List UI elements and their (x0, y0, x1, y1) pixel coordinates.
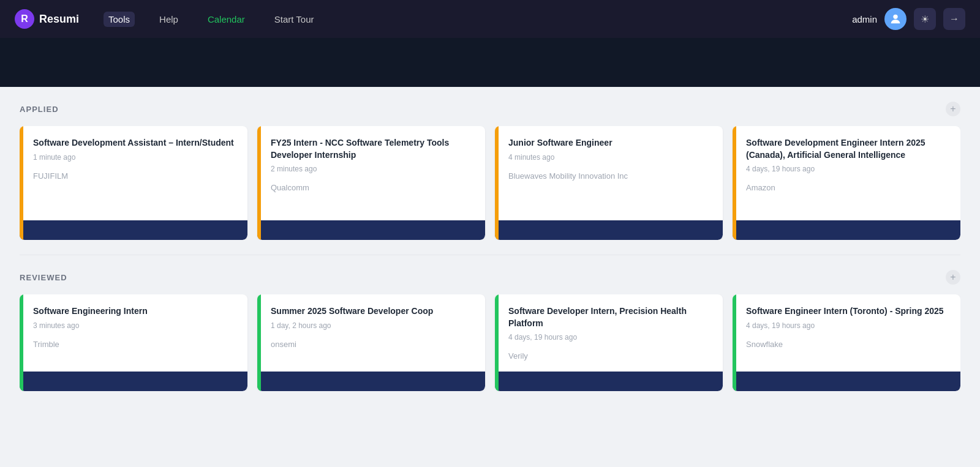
applied-card-4[interactable]: Software Development Engineer Intern 202… (733, 126, 960, 240)
reviewed-section-header: REVIEWED + (20, 270, 960, 285)
card-footer (495, 372, 723, 391)
card-content: Junior Software Engineer 4 minutes ago B… (495, 126, 723, 220)
card-company: Trimble (33, 340, 236, 349)
card-side-bar (495, 294, 499, 391)
reviewed-card-1[interactable]: Software Engineering Intern 3 minutes ag… (20, 294, 247, 391)
card-company: onsemi (271, 340, 474, 349)
card-content: Software Engineer Intern (Toronto) - Spr… (733, 294, 960, 372)
card-time: 4 days, 19 hours ago (746, 321, 949, 330)
applied-cards-row: Software Development Assistant – Intern/… (20, 126, 960, 240)
card-footer (495, 220, 723, 240)
card-content: Summer 2025 Software Developer Coop 1 da… (257, 294, 485, 372)
nav-start-tour[interactable]: Start Tour (270, 12, 319, 27)
card-time: 2 minutes ago (271, 165, 474, 173)
card-content: FY25 Intern - NCC Software Telemetry Too… (257, 126, 485, 220)
reviewed-section-title: REVIEWED (20, 273, 67, 282)
section-divider (20, 255, 960, 255)
card-time: 4 days, 19 hours ago (508, 333, 712, 342)
card-footer (733, 372, 960, 391)
card-time: 1 minute ago (33, 153, 236, 162)
card-title: Software Development Engineer Intern 202… (746, 137, 949, 161)
nav-tools[interactable]: Tools (104, 12, 135, 27)
card-footer (20, 372, 247, 391)
card-company: Amazon (746, 183, 949, 192)
card-side-bar (495, 126, 499, 240)
logo-text: Resumi (39, 13, 79, 26)
theme-toggle-button[interactable]: ☀ (914, 8, 936, 30)
card-title: Junior Software Engineer (508, 137, 712, 149)
nav-right: admin ☀ → (852, 8, 965, 30)
card-footer (20, 220, 247, 240)
card-time: 4 days, 19 hours ago (746, 165, 949, 173)
applied-add-button[interactable]: + (946, 102, 960, 116)
avatar (884, 8, 907, 30)
logo-icon: R (15, 9, 34, 29)
card-side-bar (20, 126, 23, 240)
card-side-bar (257, 126, 261, 240)
reviewed-card-3[interactable]: Software Developer Intern, Precision Hea… (495, 294, 723, 391)
applied-card-2[interactable]: FY25 Intern - NCC Software Telemetry Too… (257, 126, 485, 240)
card-company: Qualcomm (271, 183, 474, 192)
card-side-bar (733, 126, 736, 240)
card-side-bar (20, 294, 23, 391)
applied-section-header: APPLIED + (20, 102, 960, 116)
theme-icon: ☀ (921, 13, 929, 25)
card-company: Verily (508, 351, 712, 361)
card-title: Software Developer Intern, Precision Hea… (508, 305, 712, 329)
reviewed-section: REVIEWED + Software Engineering Intern 3… (20, 270, 960, 391)
card-time: 1 day, 2 hours ago (271, 321, 474, 330)
logout-button[interactable]: → (943, 8, 965, 30)
card-footer (733, 220, 960, 240)
card-title: Software Development Assistant – Intern/… (33, 137, 236, 149)
card-side-bar (257, 294, 261, 391)
card-content: Software Developer Intern, Precision Hea… (495, 294, 723, 372)
card-content: Software Engineering Intern 3 minutes ag… (20, 294, 247, 372)
logout-icon: → (949, 13, 959, 24)
reviewed-cards-row: Software Engineering Intern 3 minutes ag… (20, 294, 960, 391)
card-company: Bluewaves Mobility Innovation Inc (508, 171, 712, 181)
applied-section-title: APPLIED (20, 105, 59, 114)
card-footer (257, 372, 485, 391)
reviewed-add-button[interactable]: + (946, 270, 960, 285)
card-time: 3 minutes ago (33, 321, 236, 330)
navbar: R Resumi Tools Help Calendar Start Tour … (0, 0, 980, 38)
card-footer (257, 220, 485, 240)
main-content: APPLIED + Software Development Assistant… (0, 87, 980, 406)
svg-point-0 (893, 15, 897, 19)
reviewed-card-2[interactable]: Summer 2025 Software Developer Coop 1 da… (257, 294, 485, 391)
card-content: Software Development Engineer Intern 202… (733, 126, 960, 220)
card-title: Summer 2025 Software Developer Coop (271, 305, 474, 318)
card-title: Software Engineering Intern (33, 305, 236, 318)
card-title: Software Engineer Intern (Toronto) - Spr… (746, 305, 949, 318)
card-company: Snowflake (746, 340, 949, 349)
reviewed-card-4[interactable]: Software Engineer Intern (Toronto) - Spr… (733, 294, 960, 391)
card-content: Software Development Assistant – Intern/… (20, 126, 247, 220)
card-time: 4 minutes ago (508, 153, 712, 162)
admin-label: admin (852, 14, 877, 24)
card-side-bar (733, 294, 736, 391)
nav-help[interactable]: Help (154, 12, 183, 27)
hero-band (0, 38, 980, 87)
applied-card-3[interactable]: Junior Software Engineer 4 minutes ago B… (495, 126, 723, 240)
logo-area[interactable]: R Resumi (15, 9, 79, 29)
nav-calendar[interactable]: Calendar (203, 12, 250, 27)
applied-card-1[interactable]: Software Development Assistant – Intern/… (20, 126, 247, 240)
card-title: FY25 Intern - NCC Software Telemetry Too… (271, 137, 474, 161)
applied-section: APPLIED + Software Development Assistant… (20, 102, 960, 240)
card-company: FUJIFILM (33, 171, 236, 181)
